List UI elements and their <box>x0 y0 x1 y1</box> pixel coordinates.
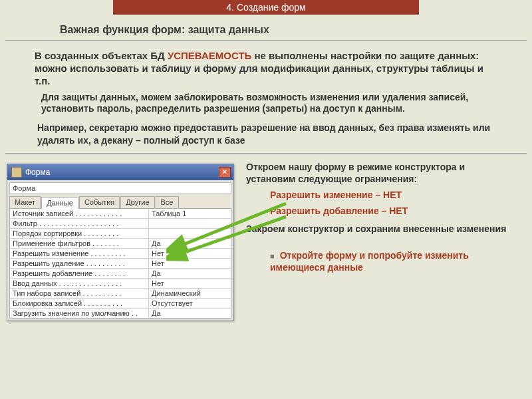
restriction-line-2: Разрешить добавление – НЕТ <box>270 205 512 217</box>
tab-data[interactable]: Данные <box>41 197 78 209</box>
properties-dialog: Форма × Форма Макет Данные События Други… <box>7 164 234 321</box>
properties-grid: Источник записей . . . . . . . . . . . .… <box>9 208 231 319</box>
property-label: Загрузить значения по умолчанию . . <box>10 309 148 318</box>
bullet-icon: ■ <box>270 252 275 260</box>
restriction-line-1: Разрешить изменение – НЕТ <box>270 189 512 201</box>
divider <box>5 40 527 41</box>
page-title: Важная функция форм: защита данных <box>60 24 532 36</box>
property-label: Тип набора записей . . . . . . . . . . <box>10 289 148 298</box>
property-row[interactable]: Порядок сортировки . . . . . . . . . <box>10 229 231 239</box>
intro-paragraph: В созданных объектах БД УСПЕВАЕМОСТЬ не … <box>35 49 492 88</box>
property-row[interactable]: Разрешить изменение . . . . . . . . .Нет <box>10 249 231 259</box>
object-selector[interactable]: Форма <box>9 182 231 194</box>
db-name-highlight: УСПЕВАЕМОСТЬ <box>168 50 251 61</box>
property-value[interactable] <box>148 219 231 228</box>
form-icon <box>11 167 22 178</box>
property-row[interactable]: Блокировка записей . . . . . . . . . .От… <box>10 299 231 309</box>
property-value[interactable]: Отсутствует <box>148 299 231 308</box>
tab-all[interactable]: Все <box>156 196 179 208</box>
property-label: Разрешить изменение . . . . . . . . . <box>10 249 148 258</box>
property-row[interactable]: Загрузить значения по умолчанию . .Да <box>10 309 231 318</box>
para-text-a: В созданных объектах БД <box>35 50 168 61</box>
tabs-row: Макет Данные События Другие Все <box>9 196 231 208</box>
property-value[interactable]: Таблица 1 <box>148 209 231 218</box>
property-value[interactable] <box>148 229 231 238</box>
dialog-titlebar: Форма × <box>7 164 233 180</box>
dialog-title-text: Форма <box>25 168 219 177</box>
instruction-close: Закроем конструктор и сохраним внесенные… <box>246 223 512 235</box>
property-value[interactable]: Да <box>148 309 231 318</box>
property-row[interactable]: Фильтр . . . . . . . . . . . . . . . . .… <box>10 219 231 229</box>
property-value[interactable]: Да <box>148 269 231 278</box>
property-label: Источник записей . . . . . . . . . . . . <box>10 209 148 218</box>
try-action-text: Откройте форму и попробуйте изменить име… <box>270 250 469 273</box>
property-label: Блокировка записей . . . . . . . . . . <box>10 299 148 308</box>
property-label: Применение фильтров . . . . . . . <box>10 239 148 248</box>
property-value[interactable]: Динамический <box>148 289 231 298</box>
property-row[interactable]: Тип набора записей . . . . . . . . . .Ди… <box>10 289 231 299</box>
instruction-open: Откроем нашу форму в режиме конструктора… <box>246 161 512 185</box>
property-label: Разрешить удаление . . . . . . . . . . <box>10 259 148 268</box>
property-value[interactable]: Нет <box>148 279 231 288</box>
property-label: Ввод данных . . . . . . . . . . . . . . … <box>10 279 148 288</box>
protection-note: Для защиты данных, можем заблокировать в… <box>41 92 492 116</box>
property-value[interactable]: Да <box>148 239 231 248</box>
tab-layout[interactable]: Макет <box>9 196 41 208</box>
property-row[interactable]: Источник записей . . . . . . . . . . . .… <box>10 209 231 219</box>
property-row[interactable]: Применение фильтров . . . . . . .Да <box>10 239 231 249</box>
try-action: ■Откройте форму и попробуйте изменить им… <box>270 249 512 273</box>
property-label: Фильтр . . . . . . . . . . . . . . . . .… <box>10 219 148 228</box>
property-label: Порядок сортировки . . . . . . . . . <box>10 229 148 238</box>
property-row[interactable]: Разрешить добавление . . . . . . . .Да <box>10 269 231 279</box>
section-header: 4. Создание форм <box>113 0 419 15</box>
property-row[interactable]: Ввод данных . . . . . . . . . . . . . . … <box>10 279 231 289</box>
tab-other[interactable]: Другие <box>120 196 154 208</box>
example-paragraph: Например, секретарю можно предоставить р… <box>37 122 492 146</box>
tab-events[interactable]: События <box>79 196 120 208</box>
divider <box>5 153 527 154</box>
property-row[interactable]: Разрешить удаление . . . . . . . . . .Не… <box>10 259 231 269</box>
property-value[interactable]: Нет <box>148 249 231 258</box>
property-label: Разрешить добавление . . . . . . . . <box>10 269 148 278</box>
close-button[interactable]: × <box>219 167 231 178</box>
property-value[interactable]: Нет <box>148 259 231 268</box>
